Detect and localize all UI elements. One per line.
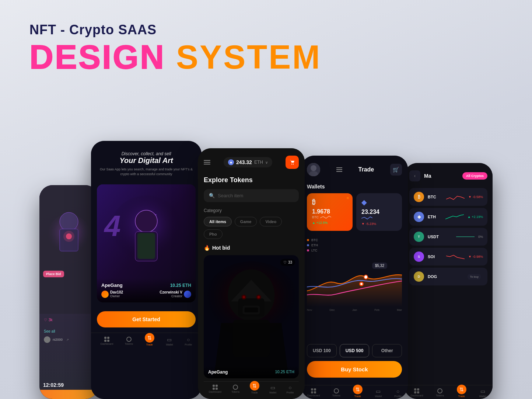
p1-nft-card: 4 7 ApeGang 10.25 ETH xyxy=(97,184,196,302)
p2-cat-all-items[interactable]: All items xyxy=(204,217,232,226)
p1-bottom-nav: Dashboard Tokens ⇅ Trade ▭ Wallet ○ Prof… xyxy=(91,333,202,350)
p3-btc-amount: 1.9678 xyxy=(312,208,347,215)
fire-icon: 🔥 xyxy=(204,245,210,251)
p4-eth-change: ▲ +2.19% xyxy=(468,215,483,219)
p4-back-button[interactable]: ‹ xyxy=(409,170,420,181)
p2-cat-game[interactable]: Game xyxy=(235,217,257,226)
p4-nav-dashboard[interactable]: Dashboard xyxy=(410,388,423,398)
svg-rect-21 xyxy=(245,308,258,312)
p3-other-button[interactable]: Other xyxy=(372,344,402,357)
p4-coin-dog[interactable]: D DOG To buy xyxy=(409,268,487,285)
p1-owner-avatar xyxy=(101,291,109,298)
p1-owner-text: Dav102 Owner xyxy=(110,290,123,298)
p3-cart-icon[interactable]: 🛒 xyxy=(390,164,402,176)
phone-3-content: Trade 🛒 Wallets ₿ 1.9678 BTC xyxy=(301,156,408,399)
p2-card-bottom: ApeGang 10.25 ETH xyxy=(204,366,299,378)
p3-nav-wallet[interactable]: ▭ Wallet xyxy=(375,388,382,398)
p3-nav-dashboard[interactable]: Dashboard xyxy=(307,388,320,398)
p4-coin-sol[interactable]: S SOI ▼ -0.98% xyxy=(409,248,487,266)
trade-icon: ⇅ xyxy=(457,385,466,394)
p1-nav-profile[interactable]: ○ Profile xyxy=(185,337,192,346)
p4-nav-wallet[interactable]: ▭ Wallet xyxy=(479,388,486,398)
p4-eth-name: ETH xyxy=(428,215,442,219)
p1-creator-text: Czerwinski V Creator xyxy=(160,290,182,298)
svg-point-27 xyxy=(258,296,260,298)
p3-wallets-title: Wallets xyxy=(307,184,402,190)
p3-nav-tokens[interactable]: Tokens xyxy=(332,388,340,398)
dog-coin-icon: D xyxy=(414,271,424,282)
p4-coin-usdt[interactable]: T USDT 0% xyxy=(409,228,487,246)
svg-text:4: 4 xyxy=(104,209,121,242)
p3-buy-stock-button[interactable]: Buy Stock xyxy=(307,361,402,378)
p2-cat-video[interactable]: Video xyxy=(260,217,282,226)
p1-nav-tokens[interactable]: Tokens xyxy=(125,337,133,346)
p2-cat-pho[interactable]: Pho xyxy=(204,229,223,239)
p2-eth-pill[interactable]: ◆ 243.32 ETH ∨ xyxy=(224,157,272,167)
p1-nav-wallet[interactable]: ▭ Wallet xyxy=(166,337,173,346)
p2-cart-button[interactable] xyxy=(286,156,299,169)
p2-nav-wallet[interactable]: ▭ Wallet xyxy=(269,385,276,394)
p4-coin-btc[interactable]: ₿ BTC ▼ -0.58% xyxy=(409,188,487,206)
eth-icon: ◆ xyxy=(361,198,397,207)
hamburger-icon[interactable] xyxy=(336,167,342,172)
svg-point-5 xyxy=(63,231,74,242)
phone-0-orange-bar xyxy=(39,390,98,399)
p1-nav-trade-label: Trade xyxy=(146,343,153,346)
svg-point-29 xyxy=(311,165,316,171)
p2-nav-tokens[interactable]: Tokens xyxy=(231,385,239,394)
p3-eth-change: ▼ -5.23% xyxy=(361,222,397,226)
phone-0-content: Place Bid ♡ 3k See all ni2000 ↗ 12:02:59 xyxy=(39,185,98,399)
phone-0-time: 12:02:59 xyxy=(43,382,64,388)
phone-0-bottom: ♡ 3k See all ni2000 ↗ xyxy=(39,313,98,347)
p3-chart-legend: BTC ETH LTC xyxy=(307,238,402,252)
p4-all-cryptos-pill[interactable]: All Cryptos xyxy=(462,172,487,180)
p2-search-bar[interactable]: 🔍 Search item xyxy=(204,189,299,202)
p4-nav-tokens[interactable]: Tokens xyxy=(436,388,444,398)
p2-nav-trade-label: Trade xyxy=(251,391,258,394)
p3-nav-trade[interactable]: ⇅ Trade xyxy=(353,388,363,398)
p3-wallet-btc-card: ₿ 1.9678 BTC ▲ +12.5% xyxy=(307,193,353,231)
p1-card-name-row: ApeGang 10.25 ETH xyxy=(101,282,191,288)
p4-header-title: Ma xyxy=(424,173,459,179)
p2-nav-dashboard[interactable]: Dashboard xyxy=(209,385,221,394)
p1-nav-trade[interactable]: ⇅ Trade xyxy=(145,337,154,346)
p1-nav-dashboard[interactable]: Dashboard xyxy=(101,337,113,346)
p4-sol-change: ▼ -0.98% xyxy=(468,255,483,259)
p4-nav-trade[interactable]: ⇅ Trade xyxy=(457,388,466,398)
p3-usd100-button[interactable]: USD 100 xyxy=(307,344,337,357)
dashboard-icon xyxy=(213,385,218,390)
p3-eth-amount: 23.234 xyxy=(361,209,397,215)
hamburger-icon[interactable] xyxy=(204,160,210,164)
p2-nav-profile-label: Profile xyxy=(286,391,294,394)
p4-usdt-change: 0% xyxy=(478,235,483,239)
phone-0: Place Bid ♡ 3k See all ni2000 ↗ 12:02:59 xyxy=(39,185,98,399)
phone-0-user: ni2000 ↗ xyxy=(44,336,94,343)
p2-eth-amount: 243.32 xyxy=(236,159,252,165)
p3-header: Trade 🛒 xyxy=(301,156,408,180)
p2-nav-wallet-label: Wallet xyxy=(269,391,276,394)
p4-coin-eth[interactable]: ◆ ETH ▲ +2.19% xyxy=(409,208,487,226)
p2-nav-profile[interactable]: ○ Profile xyxy=(286,385,294,394)
phone-0-heart: ♡ 3k xyxy=(44,318,94,322)
p3-nav-profile[interactable]: ○ Profile xyxy=(394,388,402,398)
p4-header: ‹ Ma All Cryptos xyxy=(404,163,493,185)
phone-0-bid-badge[interactable]: Place Bid xyxy=(43,271,64,277)
p3-legend-ltc: LTC xyxy=(307,249,402,252)
p2-nav-trade[interactable]: ⇅ Trade xyxy=(250,385,259,394)
p3-usd500-button[interactable]: USD 500 xyxy=(340,344,370,357)
dashboard-icon xyxy=(104,337,109,342)
p2-search-placeholder: Search item xyxy=(218,193,294,198)
phone-4-content: ‹ Ma All Cryptos ₿ BTC ▼ -0.58% xyxy=(404,163,493,399)
p4-dog-buy[interactable]: To buy xyxy=(468,274,481,280)
p3-buy-section: USD 100 USD 500 Other Buy Stock xyxy=(301,340,408,385)
svg-point-31 xyxy=(364,275,368,279)
p4-btc-name: BTC xyxy=(428,195,442,199)
phone-0-see-all[interactable]: See all xyxy=(44,329,94,333)
p1-nav-tokens-label: Tokens xyxy=(125,343,133,345)
p3-btc-change: ▲ +12.5% xyxy=(312,221,347,225)
p3-chart-price: $5,32 xyxy=(372,263,387,269)
p1-get-started-button[interactable]: Get Started xyxy=(97,311,196,327)
p3-wallet-eth-card: ◆ 23.234 ▼ -5.23% xyxy=(356,193,402,231)
p3-chart-labels: Nov Dec Jan Feb Mar xyxy=(307,308,402,312)
dashboard-icon xyxy=(311,388,316,393)
